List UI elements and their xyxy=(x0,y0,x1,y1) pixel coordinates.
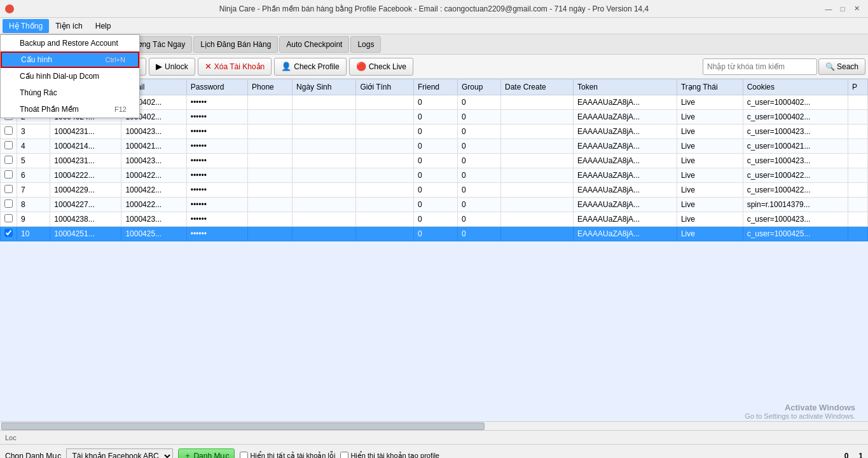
row-password: •••••• xyxy=(186,95,247,110)
row-date-create xyxy=(501,198,574,212)
row-checkbox[interactable] xyxy=(4,156,13,164)
row-email: 1000422... xyxy=(121,183,186,198)
row-password: •••••• xyxy=(186,125,247,139)
horizontal-scrollbar[interactable] xyxy=(0,421,868,430)
row-checkbox-cell[interactable] xyxy=(1,168,17,183)
add-category-button[interactable]: ＋ Danh Mục xyxy=(178,448,235,459)
row-checkbox[interactable] xyxy=(4,229,13,237)
row-p xyxy=(848,212,868,227)
plus-icon: ＋ xyxy=(184,450,191,458)
checkbox-hien-thi-profile[interactable]: Hiển thị tài khoản tạo profile xyxy=(340,452,439,458)
unlock-icon: ▶ xyxy=(156,62,162,71)
dropdown-item-thung-rac[interactable]: Thùng Rác xyxy=(1,84,139,101)
row-checkbox[interactable] xyxy=(4,126,13,135)
row-uid: 10004231... xyxy=(50,154,121,168)
row-token: EAAAAUaZA8jA... xyxy=(574,110,677,125)
row-gioi-tinh xyxy=(356,168,414,183)
hien-thi-profile-checkbox[interactable] xyxy=(340,452,348,458)
menu-item-help[interactable]: Help xyxy=(89,19,118,33)
scrollbar-thumb[interactable] xyxy=(1,422,485,430)
row-trang-thai: Live xyxy=(677,183,743,198)
row-checkbox-cell[interactable] xyxy=(1,198,17,212)
table-row[interactable]: 3 10004231... 1000423... •••••• 0 0 EAAA… xyxy=(1,125,868,139)
dropdown-item-backup[interactable]: Backup and Restore Account xyxy=(1,35,139,51)
unlock-button[interactable]: ▶ Unlock xyxy=(149,58,195,76)
row-p xyxy=(848,168,868,183)
row-checkbox[interactable] xyxy=(4,170,13,178)
row-cookies: c_user=1000423... xyxy=(743,212,848,227)
row-stt: 5 xyxy=(17,154,50,168)
row-checkbox-cell[interactable] xyxy=(1,154,17,168)
row-p xyxy=(848,139,868,154)
row-checkbox[interactable] xyxy=(4,214,13,222)
close-button[interactable]: ✕ xyxy=(850,3,863,15)
search-input[interactable] xyxy=(703,58,817,75)
xoa-tai-khoan-button[interactable]: ✕ Xóa Tài Khoản xyxy=(198,58,272,76)
row-date-create xyxy=(501,110,574,125)
hien-thi-loi-checkbox[interactable] xyxy=(240,452,248,458)
add-category-label: Danh Mục xyxy=(193,452,229,459)
minimize-button[interactable]: — xyxy=(822,3,835,15)
col-p: P xyxy=(848,79,868,95)
row-checkbox-cell[interactable] xyxy=(1,183,17,198)
row-group: 0 xyxy=(458,168,501,183)
tab-logs[interactable]: Logs xyxy=(350,36,381,53)
col-token: Token xyxy=(574,79,677,95)
search-area: 🔍 Seach xyxy=(703,58,865,75)
row-password: •••••• xyxy=(186,183,247,198)
table-row[interactable]: 9 10004238... 1000423... •••••• 0 0 EAAA… xyxy=(1,212,868,227)
tab-lich-dang-ban-hang[interactable]: Lịch Đăng Bán Hàng xyxy=(193,36,278,53)
xoa-tai-khoan-label: Xóa Tài Khoản xyxy=(214,62,265,71)
thung-rac-label: Thùng Rác xyxy=(20,88,57,97)
checkbox-hien-thi-loi[interactable]: Hiển thị tất cả tài khoản lỗi xyxy=(240,452,335,458)
table-row[interactable]: 6 10004222... 1000422... •••••• 0 0 EAAA… xyxy=(1,168,868,183)
row-uid: 10004214... xyxy=(50,139,121,154)
row-checkbox-cell[interactable] xyxy=(1,227,17,241)
row-trang-thai: Live xyxy=(677,125,743,139)
col-ngay-sinh: Ngày Sinh xyxy=(293,79,356,95)
row-checkbox-cell[interactable] xyxy=(1,212,17,227)
row-trang-thai: Live xyxy=(677,139,743,154)
col-phone: Phone xyxy=(248,79,293,95)
dial-label: Cấu hình Dial-up Dcom xyxy=(20,72,99,81)
table-row[interactable]: 4 10004214... 1000421... •••••• 0 0 EAAA… xyxy=(1,139,868,154)
row-email: 1000422... xyxy=(121,198,186,212)
row-gioi-tinh xyxy=(356,154,414,168)
menu-item-tien-ich[interactable]: Tiện ích xyxy=(49,19,89,33)
tab-auto-checkpoint[interactable]: Auto Checkpoint xyxy=(279,36,349,53)
search-button[interactable]: 🔍 Seach xyxy=(818,58,865,75)
row-friend: 0 xyxy=(414,227,458,241)
row-stt: 8 xyxy=(17,198,50,212)
dropdown-item-dial[interactable]: Cấu hình Dial-up Dcom xyxy=(1,68,139,84)
table-row[interactable]: 7 10004229... 1000422... •••••• 0 0 EAAA… xyxy=(1,183,868,198)
row-checkbox-cell[interactable] xyxy=(1,125,17,139)
row-ngay-sinh xyxy=(293,139,356,154)
row-checkbox-cell[interactable] xyxy=(1,139,17,154)
count1: 0 xyxy=(844,452,849,459)
row-ngay-sinh xyxy=(293,154,356,168)
table-row[interactable]: 10 10004251... 1000425... •••••• 0 0 EAA… xyxy=(1,227,868,241)
row-password: •••••• xyxy=(186,154,247,168)
dropdown-item-thoat[interactable]: Thoát Phần Mềm F12 xyxy=(1,101,139,118)
row-friend: 0 xyxy=(414,198,458,212)
row-password: •••••• xyxy=(186,139,247,154)
maximize-button[interactable]: □ xyxy=(836,3,849,15)
row-cookies: c_user=1000422... xyxy=(743,183,848,198)
dropdown-item-cau-hinh[interactable]: Cấu hình Ctrl+N xyxy=(1,51,139,68)
row-group: 0 xyxy=(458,110,501,125)
menu-item-he-thong[interactable]: Hệ Thống xyxy=(3,19,49,33)
table-row[interactable]: 8 10004227... 1000422... •••••• 0 0 EAAA… xyxy=(1,198,868,212)
row-gioi-tinh xyxy=(356,227,414,241)
row-phone xyxy=(248,212,293,227)
check-profile-button[interactable]: 👤 Check Profile xyxy=(274,58,346,76)
search-label: Seach xyxy=(837,62,858,71)
category-select[interactable]: Tài khoản Facebook ABC xyxy=(66,448,173,459)
row-password: •••••• xyxy=(186,110,247,125)
row-checkbox[interactable] xyxy=(4,185,13,193)
table-row[interactable]: 5 10004231... 1000423... •••••• 0 0 EAAA… xyxy=(1,154,868,168)
row-uid: 10004231... xyxy=(50,125,121,139)
row-checkbox[interactable] xyxy=(4,199,13,208)
row-checkbox[interactable] xyxy=(4,141,13,149)
cau-hinh-shortcut: Ctrl+N xyxy=(106,56,125,64)
check-live-button[interactable]: 🔴 Check Live xyxy=(349,58,413,76)
